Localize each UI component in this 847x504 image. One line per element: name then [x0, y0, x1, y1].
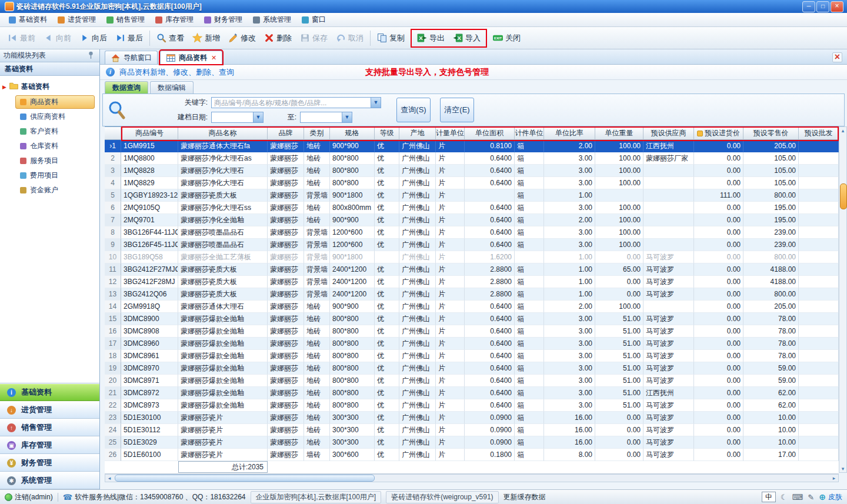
tree-root-item[interactable]: 基础资料 [0, 79, 99, 94]
table-row[interactable]: 163DMC8908蒙娜丽莎爆款全抛釉蒙娜丽莎地砖800*800优广州佛山片0.… [105, 325, 839, 338]
table-row[interactable]: 83BG126F44-11JC蒙娜丽莎喷墨晶品石蒙娜丽莎背景墙1200*600优… [105, 226, 839, 239]
column-header[interactable]: 预设进货价 [694, 127, 743, 140]
table-row[interactable]: 113BG2412F27MJC蒙娜丽莎瓷质大板蒙娜丽莎背景墙2400*1200优… [105, 263, 839, 276]
column-header[interactable]: 品牌 [268, 127, 304, 140]
table-row[interactable]: 93BG126F45-11JC蒙娜丽莎喷墨晶品石蒙娜丽莎背景墙1200*600优… [105, 239, 839, 251]
table-row[interactable]: 123BG2412F28MJ蒙娜丽莎瓷质大板蒙娜丽莎背景墙2400*1200优广… [105, 276, 839, 288]
module-group-header[interactable]: 基础资料 [0, 62, 99, 76]
skin-button[interactable]: 皮肤 [819, 492, 842, 502]
export-button[interactable]: X导出 [413, 30, 449, 46]
next-button[interactable]: 向后 [75, 30, 111, 46]
column-header[interactable]: 计件单位 [515, 127, 544, 140]
menu-item-finance[interactable]: 财务管理 [199, 14, 248, 26]
column-header[interactable]: 商品名称 [178, 127, 268, 140]
table-row[interactable]: 245D1E30112蒙娜丽莎瓷片蒙娜丽莎地砖300*300优广州佛山片0.09… [105, 424, 839, 436]
scroll-up-icon[interactable] [839, 128, 846, 133]
nav-button-base-data[interactable]: i基础资料 [0, 383, 99, 401]
date-from-combobox[interactable] [211, 112, 264, 123]
vertical-scroll-thumb[interactable] [840, 183, 847, 209]
subtab-data-edit[interactable]: 数据编辑 [150, 81, 194, 94]
column-header[interactable]: 预设零售价 [743, 127, 799, 140]
logout-button[interactable]: 注销(admin) [5, 492, 53, 502]
import-button[interactable]: X导入 [449, 30, 485, 46]
table-row[interactable]: ›11GM9915蒙娜丽莎通体大理石fa蒙娜丽莎地砖900*900优广州佛山片0… [105, 140, 839, 152]
keyboard-icon[interactable] [792, 493, 803, 502]
table-row[interactable]: 103BG189Q58蒙娜丽莎全抛工艺薄板蒙娜丽莎背景墙900*1800广州佛山… [105, 251, 839, 263]
menu-item-sales[interactable]: 销售管理 [101, 14, 150, 26]
tree-item-customers[interactable]: 客户资料 [15, 125, 95, 138]
last-button[interactable]: 最后 [111, 30, 147, 46]
date-from-dropdown-icon[interactable] [253, 112, 263, 122]
column-header[interactable]: 预设供应商 [643, 127, 694, 140]
keyword-dropdown-icon[interactable] [371, 98, 381, 108]
nav-button-system[interactable]: ✱系统管理 [0, 472, 99, 489]
tree-item-goods[interactable]: 商品资料 [15, 95, 95, 109]
tab-close-icon[interactable]: ✕ [211, 54, 216, 62]
date-to-input[interactable] [301, 112, 342, 122]
copy-button[interactable]: 复制 [373, 30, 409, 46]
tab-navigation[interactable]: 导航窗口 [105, 51, 158, 64]
maximize-icon[interactable] [816, 1, 829, 12]
tree-item-expenses[interactable]: 费用项目 [15, 169, 95, 182]
prev-button[interactable]: 向前 [39, 30, 75, 46]
ime-indicator[interactable]: 中 [762, 492, 776, 502]
table-row[interactable]: 223DMC8973蒙娜丽莎爆款全抛釉蒙娜丽莎地砖800*800优广州佛山片0.… [105, 399, 839, 412]
nav-button-purchase[interactable]: ↓进货管理 [0, 401, 99, 419]
query-button[interactable]: 查询(S) [396, 98, 431, 122]
add-button[interactable]: 新增 [188, 30, 224, 46]
column-header[interactable]: 计量单位 [436, 127, 465, 140]
pin-icon[interactable] [86, 50, 96, 62]
horizontal-scroll-thumb[interactable] [115, 475, 375, 482]
keyword-input[interactable] [212, 98, 371, 108]
scroll-right-icon[interactable] [830, 475, 838, 482]
table-row[interactable]: 265D1E60100蒙娜丽莎瓷片蒙娜丽莎墙砖300*600优广州佛山片0.18… [105, 449, 839, 461]
edit-button[interactable]: 修改 [224, 30, 260, 46]
table-row[interactable]: 41MQ8829蒙娜丽莎净化大理石蒙娜丽莎地砖800*800优广州佛山片0.64… [105, 177, 839, 189]
close-icon[interactable] [831, 1, 843, 12]
column-header[interactable]: 预设批发 [799, 127, 839, 140]
delete-button[interactable]: 删除 [260, 30, 296, 46]
date-from-input[interactable] [212, 112, 253, 122]
table-row[interactable]: 173DMC8960蒙娜丽莎爆款全抛釉蒙娜丽莎地砖800*800优广州佛山片0.… [105, 338, 839, 350]
close-tab-icon[interactable] [832, 52, 842, 62]
pen-icon[interactable] [808, 493, 814, 502]
column-header[interactable]: 单位面积 [465, 127, 515, 140]
table-row[interactable]: 255D1E3029蒙娜丽莎瓷片蒙娜丽莎地砖300*300优广州佛山片0.090… [105, 436, 839, 449]
exit-button[interactable]: EXIT关闭 [489, 30, 525, 46]
scroll-down-icon[interactable] [839, 466, 846, 472]
clear-button[interactable]: 清空(E) [440, 98, 474, 122]
vertical-scrollbar[interactable] [839, 126, 847, 473]
table-row[interactable]: 133BG2412Q06蒙娜丽莎瓷质大板蒙娜丽莎背景墙2400*1200优广州佛… [105, 288, 839, 301]
scroll-left-icon[interactable] [105, 475, 114, 482]
save-button[interactable]: 保存 [296, 30, 332, 46]
tree-item-warehouses[interactable]: 仓库资料 [15, 139, 95, 153]
column-header[interactable]: 类别 [304, 127, 330, 140]
table-row[interactable]: 235D1E30100蒙娜丽莎瓷片蒙娜丽莎地砖300*300优广州佛山片0.09… [105, 412, 839, 424]
table-row[interactable]: 31MQ8828蒙娜丽莎净化大理石蒙娜丽莎地砖800*800优广州佛山片0.64… [105, 165, 839, 177]
keyword-combobox[interactable] [211, 97, 381, 108]
tree-item-services[interactable]: 服务项目 [15, 154, 95, 168]
nav-button-finance[interactable]: ¥财务管理 [0, 454, 99, 472]
column-header[interactable]: 商品编号 [121, 127, 178, 140]
horizontal-scrollbar[interactable] [105, 474, 839, 482]
tab-goods[interactable]: 商品资料✕ [160, 51, 222, 64]
table-row[interactable]: 153DMC8900蒙娜丽莎爆款全抛釉蒙娜丽莎地砖800*800优广州佛山片0.… [105, 313, 839, 325]
table-row[interactable]: 51QGBY18923-12蒙娜丽莎瓷质大板蒙娜丽莎背景墙900*1800优广州… [105, 189, 839, 202]
cancel-button[interactable]: 取消 [332, 30, 368, 46]
column-header[interactable]: 单位比率 [544, 127, 595, 140]
table-row[interactable]: 21MQ8800蒙娜丽莎净化大理石as蒙娜丽莎地砖800*800优广州佛山片0.… [105, 152, 839, 165]
moon-icon[interactable] [781, 493, 788, 502]
minimize-icon[interactable] [802, 1, 815, 12]
column-header[interactable]: 产地 [399, 127, 436, 140]
tree-item-accounts[interactable]: 资金账户 [15, 183, 95, 197]
table-row[interactable]: 213DMC8972蒙娜丽莎爆款全抛釉蒙娜丽莎地砖800*800优广州佛山片0.… [105, 387, 839, 399]
menu-item-inventory[interactable]: 库存管理 [150, 14, 199, 26]
subtab-data-query[interactable]: 数据查询 [105, 81, 148, 94]
menu-item-purchase[interactable]: 进货管理 [52, 14, 101, 26]
table-row[interactable]: 62MQ9105Q蒙娜丽莎净化大理石ss蒙娜丽莎地砖800x800mm优广州佛山… [105, 202, 839, 214]
menu-item-system[interactable]: 系统管理 [248, 14, 296, 26]
column-header[interactable]: 单位重量 [595, 127, 643, 140]
first-button[interactable]: 最前 [4, 30, 39, 46]
column-header[interactable]: 规格 [330, 127, 375, 140]
refresh-cache-button[interactable]: 更新缓存数据 [503, 492, 546, 502]
